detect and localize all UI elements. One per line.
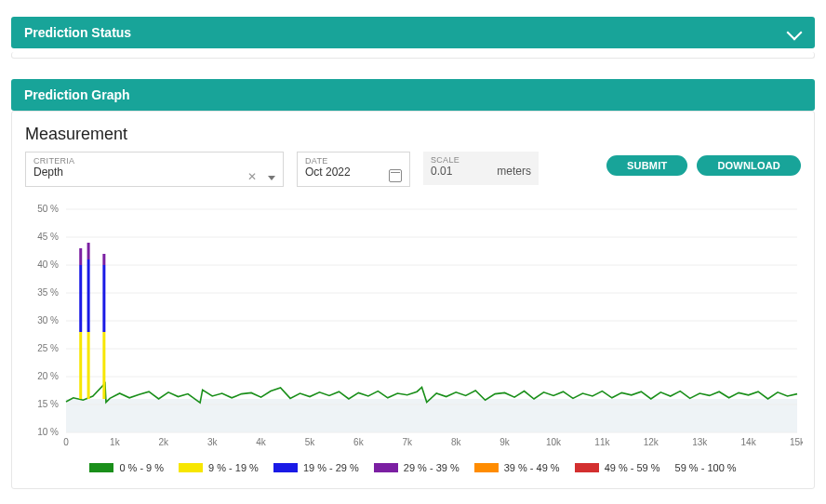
svg-text:13k: 13k — [692, 437, 708, 447]
legend-label: 59 % - 100 % — [675, 462, 737, 473]
scale-label: SCALE — [423, 152, 539, 165]
prediction-status-header[interactable]: Prediction Status — [11, 17, 815, 48]
legend-label: 19 % - 29 % — [303, 462, 359, 473]
criteria-label: CRITERIA — [26, 153, 283, 166]
criteria-select[interactable]: CRITERIA Depth ✕ — [25, 152, 284, 187]
svg-text:20 %: 20 % — [37, 371, 59, 381]
date-label: DATE — [298, 153, 409, 166]
calendar-icon[interactable] — [389, 169, 402, 182]
svg-rect-0 — [66, 399, 797, 432]
controls-row: CRITERIA Depth ✕ DATE Oct 2022 SCALE 0.0… — [25, 152, 801, 187]
svg-text:12k: 12k — [644, 437, 659, 447]
criteria-value: Depth — [26, 166, 71, 186]
scale-unit: meters — [497, 165, 531, 178]
legend-item: 0 % - 9 % — [89, 462, 164, 473]
svg-text:5k: 5k — [305, 437, 316, 447]
legend-swatch — [575, 463, 599, 472]
legend-label: 9 % - 19 % — [208, 462, 259, 473]
legend-swatch — [374, 463, 398, 472]
svg-text:3k: 3k — [207, 437, 219, 447]
prediction-status-body — [11, 52, 815, 59]
legend-item: 59 % - 100 % — [675, 462, 737, 473]
svg-text:50 %: 50 % — [37, 204, 59, 214]
svg-text:8k: 8k — [451, 437, 462, 447]
prediction-graph-body: Measurement CRITERIA Depth ✕ DATE Oct 20… — [11, 111, 815, 489]
legend-item: 29 % - 39 % — [374, 462, 460, 473]
svg-text:9k: 9k — [500, 437, 511, 447]
svg-text:4k: 4k — [256, 437, 267, 447]
svg-text:0: 0 — [63, 437, 69, 447]
chart: 10 %15 %20 %25 %30 %35 %40 %45 %50 %01k2… — [25, 204, 801, 453]
legend-item: 39 % - 49 % — [474, 462, 560, 473]
svg-text:35 %: 35 % — [37, 287, 59, 298]
submit-button[interactable]: SUBMIT — [606, 155, 687, 176]
legend-swatch — [273, 463, 298, 472]
legend-swatch — [179, 463, 203, 472]
prediction-status-title: Prediction Status — [24, 25, 131, 40]
svg-text:10k: 10k — [546, 437, 562, 447]
scale-display: SCALE 0.01 meters — [423, 152, 539, 185]
svg-text:6k: 6k — [353, 437, 365, 447]
legend-item: 9 % - 19 % — [179, 462, 259, 473]
svg-text:1k: 1k — [110, 437, 121, 447]
legend-label: 0 % - 9 % — [119, 462, 164, 473]
svg-text:15k: 15k — [790, 437, 803, 447]
date-value: Oct 2022 — [298, 166, 351, 186]
svg-text:2k: 2k — [159, 437, 170, 447]
chevron-down-icon[interactable] — [268, 176, 275, 180]
svg-text:40 %: 40 % — [37, 259, 59, 270]
chart-svg: 10 %15 %20 %25 %30 %35 %40 %45 %50 %01k2… — [25, 204, 803, 453]
legend: 0 % - 9 %9 % - 19 %19 % - 29 %29 % - 39 … — [25, 462, 801, 473]
svg-text:25 %: 25 % — [37, 343, 59, 353]
download-button[interactable]: DOWNLOAD — [697, 155, 801, 176]
legend-label: 49 % - 59 % — [605, 462, 660, 473]
chevron-down-icon — [787, 25, 803, 41]
legend-label: 39 % - 49 % — [504, 462, 560, 473]
svg-text:15 %: 15 % — [37, 399, 59, 409]
legend-item: 19 % - 29 % — [273, 462, 359, 473]
scale-value: 0.01 — [431, 165, 452, 178]
clear-icon[interactable]: ✕ — [247, 170, 257, 183]
svg-text:45 %: 45 % — [37, 232, 59, 242]
svg-text:10 %: 10 % — [37, 427, 59, 437]
legend-swatch — [474, 463, 499, 472]
svg-text:11k: 11k — [594, 437, 610, 447]
legend-item: 49 % - 59 % — [575, 462, 660, 473]
legend-swatch — [89, 463, 113, 472]
svg-text:30 %: 30 % — [37, 315, 59, 325]
measurement-title: Measurement — [25, 125, 801, 144]
prediction-graph-title: Prediction Graph — [24, 87, 130, 102]
date-picker[interactable]: DATE Oct 2022 — [297, 152, 410, 187]
svg-text:14k: 14k — [741, 437, 757, 447]
prediction-graph-header[interactable]: Prediction Graph — [11, 79, 815, 111]
legend-label: 29 % - 39 % — [404, 462, 460, 473]
svg-text:7k: 7k — [403, 437, 414, 447]
